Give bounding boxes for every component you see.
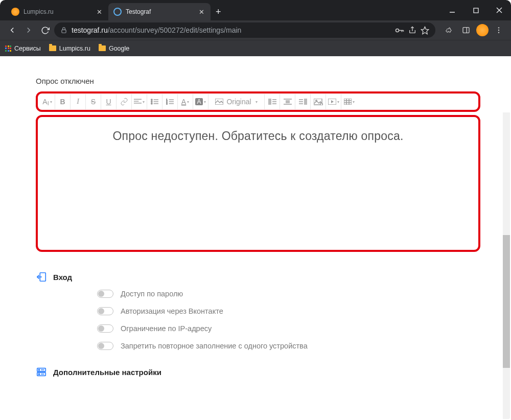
survey-disabled-label: Опрос отключен — [36, 77, 480, 85]
toggle-repeat[interactable]: Запретить повторное заполнение с одного … — [97, 342, 480, 350]
star-icon[interactable] — [421, 26, 429, 35]
bookmarks-bar: Сервисы Lumpics.ru Google — [0, 40, 511, 56]
tab-testograf[interactable]: Testograf ✕ — [108, 3, 211, 20]
favicon-ring-icon — [113, 8, 122, 16]
toggle-label: Запретить повторное заполнение с одного … — [121, 342, 308, 350]
section-title: Дополнительные настройки — [53, 368, 161, 377]
toggle-password[interactable]: Доступ по паролю — [97, 290, 480, 298]
insert-video-button[interactable]: ▾ — [326, 94, 341, 109]
lock-icon — [60, 27, 67, 34]
svg-marker-10 — [421, 27, 428, 34]
svg-point-15 — [498, 32, 499, 33]
svg-rect-37 — [286, 100, 290, 103]
switch-icon[interactable] — [97, 307, 113, 315]
chrome-toolbar: testograf.ru/account/survey/500272/edit/… — [0, 20, 511, 40]
svg-rect-50 — [344, 99, 352, 105]
highlight-button[interactable]: A▾ — [193, 94, 208, 109]
insert-image-button[interactable] — [311, 94, 326, 109]
svg-point-19 — [151, 99, 152, 100]
tab-lumpics[interactable]: Lumpics.ru ✕ — [6, 3, 108, 20]
font-size-button[interactable]: AI▾ — [40, 94, 55, 109]
editor-content-highlight[interactable]: Опрос недоступен. Обратитесь к создателю… — [36, 115, 480, 252]
profile-avatar[interactable] — [476, 24, 489, 36]
nav-forward-button[interactable] — [21, 23, 36, 37]
switch-icon[interactable] — [97, 342, 113, 350]
key-icon[interactable] — [395, 27, 404, 34]
window-close-button[interactable] — [487, 0, 511, 20]
svg-marker-49 — [331, 100, 334, 103]
svg-point-60 — [38, 374, 39, 375]
close-tab-icon[interactable]: ✕ — [199, 8, 204, 16]
strike-button[interactable]: S — [86, 94, 101, 109]
url-text: testograf.ru/account/survey/500272/edit/… — [72, 26, 241, 34]
page-scrollbar[interactable] — [503, 112, 510, 419]
bookmark-google[interactable]: Google — [99, 45, 129, 52]
share-icon[interactable] — [408, 26, 416, 34]
original-label: Original — [226, 98, 251, 106]
favicon-orange-icon — [11, 8, 19, 16]
float-center-button[interactable] — [280, 94, 295, 109]
text-color-button[interactable]: A▾ — [178, 94, 193, 109]
link-button[interactable] — [117, 94, 132, 109]
svg-rect-4 — [62, 30, 66, 33]
page-content: Опрос отключен AI▾ B I S U ▾ 123 A▾ A▾ O… — [0, 56, 511, 420]
svg-rect-32 — [268, 99, 271, 105]
apps-button[interactable]: Сервисы — [5, 45, 41, 52]
svg-point-23 — [151, 103, 152, 104]
section-head[interactable]: Вход — [36, 269, 480, 290]
svg-point-13 — [498, 27, 499, 28]
new-tab-button[interactable]: + — [211, 4, 226, 20]
bookmark-lumpics[interactable]: Lumpics.ru — [49, 45, 90, 52]
italic-button[interactable]: I — [71, 94, 86, 109]
svg-point-5 — [396, 29, 399, 32]
chrome-menu-icon[interactable] — [492, 23, 506, 37]
underline-button[interactable]: U — [101, 94, 117, 109]
editor-toolbar-highlight: AI▾ B I S U ▾ 123 A▾ A▾ Original▾ ▾ ▾ — [36, 91, 480, 112]
toggle-vk[interactable]: Авторизация через Вконтакте — [97, 307, 480, 315]
url-bar[interactable]: testograf.ru/account/survey/500272/edit/… — [54, 22, 435, 38]
nav-back-button[interactable] — [5, 23, 19, 37]
bookmark-label: Lumpics.ru — [59, 45, 90, 52]
switch-icon[interactable] — [97, 290, 113, 298]
window-minimize-button[interactable] — [440, 0, 464, 20]
section-login: Вход Доступ по паролю Авторизация через … — [36, 269, 480, 350]
section-extra: Дополнительные настройки — [36, 364, 480, 385]
tab-label: Testograf — [126, 8, 151, 15]
toggle-ip[interactable]: Ограничение по IP-адресу — [97, 324, 480, 333]
window-maximize-button[interactable] — [464, 0, 487, 20]
svg-rect-39 — [304, 99, 307, 105]
toggle-label: Доступ по паролю — [121, 290, 183, 298]
nav-reload-button[interactable] — [38, 23, 52, 37]
align-button[interactable]: ▾ — [132, 94, 147, 109]
window-controls — [440, 0, 511, 20]
close-tab-icon[interactable]: ✕ — [97, 8, 102, 16]
svg-point-21 — [151, 101, 152, 102]
chrome-titlebar: Lumpics.ru ✕ Testograf ✕ + — [0, 0, 511, 20]
svg-rect-11 — [463, 28, 469, 33]
svg-text:3: 3 — [166, 103, 168, 105]
image-size-button[interactable]: Original▾ — [208, 94, 265, 109]
switch-icon[interactable] — [97, 324, 113, 333]
section-head[interactable]: Дополнительные настройки — [36, 364, 480, 385]
float-left-button[interactable] — [265, 94, 280, 109]
svg-point-58 — [38, 369, 39, 370]
bold-button[interactable]: B — [55, 94, 71, 109]
svg-point-14 — [498, 30, 499, 31]
apps-grid-icon — [5, 45, 11, 52]
float-right-button[interactable] — [295, 94, 311, 109]
login-icon — [36, 271, 47, 283]
bookmark-label: Google — [109, 45, 129, 52]
section-title: Вход — [53, 273, 72, 282]
toggle-label: Ограничение по IP-адресу — [121, 324, 212, 333]
settings-list-icon — [36, 366, 47, 378]
bullet-list-button[interactable] — [147, 94, 162, 109]
folder-icon — [99, 45, 106, 51]
sidepanel-icon[interactable] — [459, 23, 473, 37]
number-list-button[interactable]: 123 — [162, 94, 178, 109]
scrollbar-thumb[interactable] — [503, 235, 510, 368]
extensions-icon[interactable] — [442, 23, 456, 37]
apps-label: Сервисы — [14, 45, 41, 52]
folder-icon — [49, 45, 56, 51]
insert-table-button[interactable]: ▾ — [341, 94, 357, 109]
tab-label: Lumpics.ru — [24, 8, 54, 15]
